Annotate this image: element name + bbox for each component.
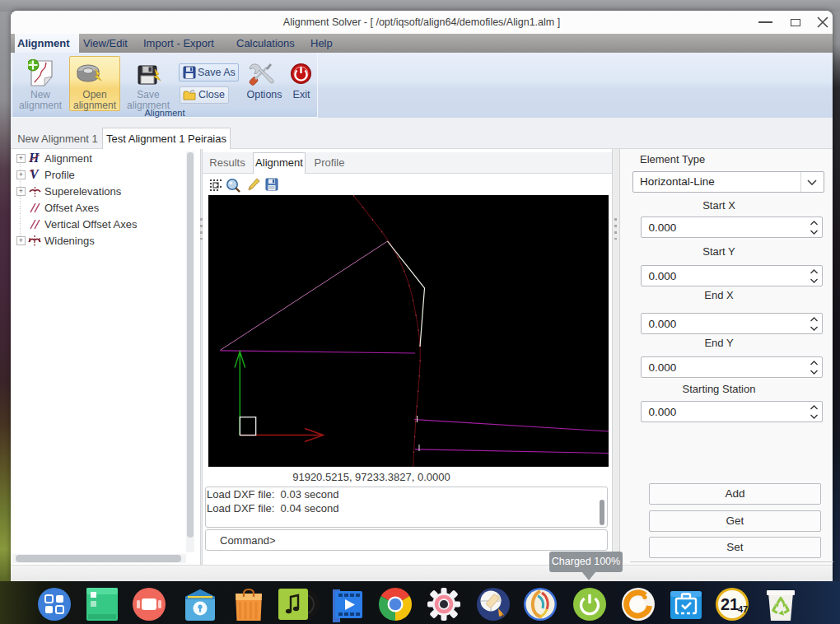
svg-text:21: 21 [721, 595, 739, 613]
svg-text:H: H [28, 151, 40, 165]
svg-text:V: V [30, 168, 40, 181]
svg-text:47: 47 [738, 604, 748, 614]
